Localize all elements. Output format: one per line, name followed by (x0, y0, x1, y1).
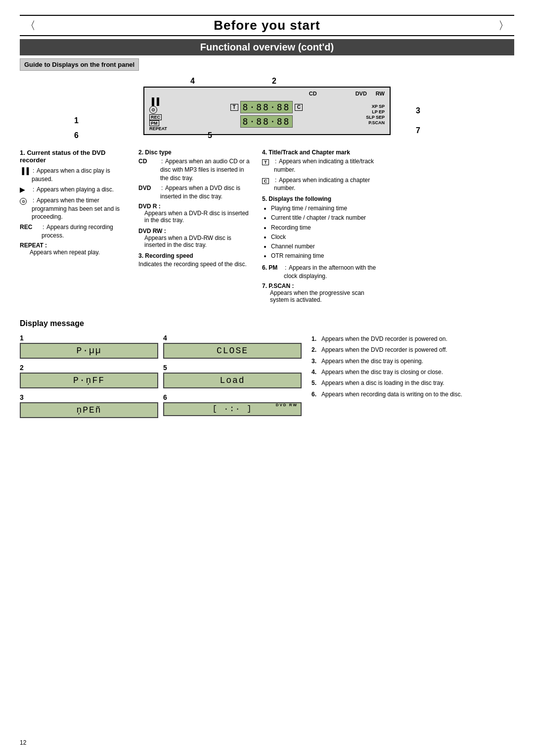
dvd-label: DVD (356, 91, 367, 96)
rec-label: REC (149, 114, 167, 120)
fp-seg-displays: T 8·88·88 C 8·88·88 (171, 101, 362, 128)
fp-top-labels: CD DVD RW (149, 91, 385, 96)
msg-desc-1: Appears when the DVD recorder is powered… (312, 334, 494, 344)
guide-label: Guide to Displays on the front panel (20, 58, 139, 71)
diagram-num-2: 2 (272, 77, 276, 86)
section3-title: 3. Recording speed (138, 252, 252, 259)
recording-speed-text: Indicates the recording speed of the dis… (138, 261, 252, 268)
msg-item-2: 2 P·­ņFF (20, 364, 158, 388)
msg-desc-list: Appears when the DVD recorder is powered… (312, 334, 494, 399)
display-message-grid: 1 P·­µµ 2 P·­ņFF 3 ņPEñ 4 CLOSE 5 Load (20, 334, 514, 418)
diagram-num-4: 4 (190, 77, 195, 86)
col-current-status: 1. Current status of the DVD recorder ▐▐… (20, 149, 129, 307)
status-item-timer: ⊙ : Appears when the timer programming h… (20, 196, 129, 221)
pause-icon: ▐▐ (149, 97, 159, 105)
t-icon: T (230, 104, 238, 111)
msg-desc-6: Appears when recording data is writing o… (312, 389, 494, 399)
section4-title: 4. Title/Track and Chapter mark (262, 149, 381, 156)
col-disc-type: 2. Disc type CD : Appears when an audio … (138, 149, 252, 307)
page-number: 12 (20, 739, 26, 746)
section7-pscan: 7. P.SCAN : Appears when the progressive… (262, 283, 381, 303)
section1-title: 1. Current status of the DVD recorder (20, 149, 129, 164)
pm-label: PM (149, 120, 167, 126)
display-message-section: Display message 1 P·­µµ 2 P·­ņFF 3 ņPEñ … (20, 319, 514, 418)
dvd-rw-badge: DVD RW (276, 403, 298, 407)
msg-display-1: P·­µµ (20, 343, 158, 359)
lpep-label: LP EP (372, 109, 385, 114)
section5-title: 5. Displays the following (262, 195, 381, 202)
front-panel-box: CD DVD RW ▐▐ ⊙ REC PM (143, 87, 391, 135)
msg-display-4: CLOSE (163, 343, 302, 359)
fp-right-icons: XP SP LP EP SLP SEP P.SCAN (366, 104, 385, 125)
bullet-current-title: Current title / chapter / track number (271, 213, 381, 223)
display-message-title: Display message (20, 319, 514, 328)
msg-desc-4: Appears when the disc tray is closing or… (312, 367, 494, 377)
msg-display-6: DVD RW [ ·:· ] (163, 402, 302, 416)
status-item-repeat: REPEAT : Appears when repeat play. (20, 242, 129, 256)
pscan-label: P.SCAN (368, 120, 385, 125)
status-item-pause: ▐▐ : Appears when a disc play is paused. (20, 167, 129, 184)
section-title: Functional overview (cont'd) (200, 42, 334, 52)
front-panel-diagram: 4 2 1 6 5 3 7 CD DVD RW ▐▐ ⊙ (20, 77, 514, 140)
disc-dvdr: DVD R : Appears when a DVD-R disc is ins… (138, 203, 252, 224)
msg-item-3: 3 ņPEñ (20, 393, 158, 418)
msg-item-6: 6 DVD RW [ ·:· ] (163, 393, 302, 416)
slpsep-label: SLP SEP (366, 115, 385, 120)
col-title-track: 4. Title/Track and Chapter mark T : Appe… (262, 149, 381, 307)
disc-cd: CD : Appears when an audio CD or a disc … (138, 157, 252, 182)
bullet-clock: Clock (271, 233, 381, 242)
title-track-c: C : Appears when indicating a chapter nu… (262, 176, 381, 193)
disc-dvd: DVD : Appears when a DVD disc is inserte… (138, 184, 252, 201)
bullet-otr: OTR remaining time (271, 251, 381, 261)
section2-title: 2. Disc type (138, 149, 252, 156)
msg-item-1: 1 P·­µµ (20, 334, 158, 359)
main-title-wrapper: Before you start (20, 15, 514, 36)
msg-desc-3: Appears when the disc tray is opening. (312, 356, 494, 366)
msg-col-left: 1 P·­µµ 2 P·­ņFF 3 ņPEñ (20, 334, 158, 418)
content-area: 1. Current status of the DVD recorder ▐▐… (20, 149, 514, 307)
page-main-title: Before you start (214, 18, 320, 33)
xpsp-label: XP SP (372, 104, 385, 109)
diagram-num-5: 5 (208, 131, 212, 140)
seg-display-sub: 8·88·88 (240, 115, 293, 128)
fp-icons-row: ▐▐ ⊙ REC PM REPEAT (149, 97, 385, 131)
disc-dvdrw: DVD RW : Appears when a DVD-RW disc is i… (138, 228, 252, 248)
bullet-channel: Channel number (271, 242, 381, 251)
msg-display-2: P·­ņFF (20, 373, 158, 388)
diagram-num-6: 6 (74, 131, 79, 140)
fp-left-icons: ▐▐ ⊙ REC PM REPEAT (149, 97, 167, 131)
msg-display-5: Load (163, 373, 302, 388)
section5-bullets: Playing time / remaining time Current ti… (262, 204, 381, 261)
section6-pm: 6. PM : Appears in the afternoon with th… (262, 264, 381, 281)
diagram-num-3: 3 (416, 106, 420, 115)
msg-item-4: 4 CLOSE (163, 334, 302, 359)
msg-display-3: ņPEñ (20, 402, 158, 418)
timer-icon: ⊙ (149, 106, 157, 114)
msg-desc-5: Appears when a disc is loading in the di… (312, 378, 494, 388)
msg-item-5: 5 Load (163, 364, 302, 388)
diagram-num-1: 1 (74, 116, 79, 125)
status-item-play: ▶ : Appears when playing a disc. (20, 186, 129, 194)
msg-col-right: 4 CLOSE 5 Load 6 DVD RW [ ·:· ] (163, 334, 302, 418)
c-icon: C (295, 104, 303, 111)
status-item-rec: REC : Appears during recording process. (20, 223, 129, 240)
title-track-t: T : Appears when indicating a title/trac… (262, 157, 381, 174)
cd-label: CD (309, 91, 317, 96)
bullet-recording-time: Recording time (271, 223, 381, 233)
msg-descriptions-col: Appears when the DVD recorder is powered… (307, 334, 494, 418)
msg-desc-2: Appears when the DVD recorder is powered… (312, 345, 494, 355)
seg-display-main: 8·88·88 (240, 101, 293, 113)
diagram-num-7: 7 (416, 126, 420, 135)
section-title-bar: Functional overview (cont'd) (20, 39, 514, 55)
bullet-playing-time: Playing time / remaining time (271, 204, 381, 213)
rw-label: RW (376, 91, 385, 96)
repeat-label: REPEAT (149, 126, 167, 131)
